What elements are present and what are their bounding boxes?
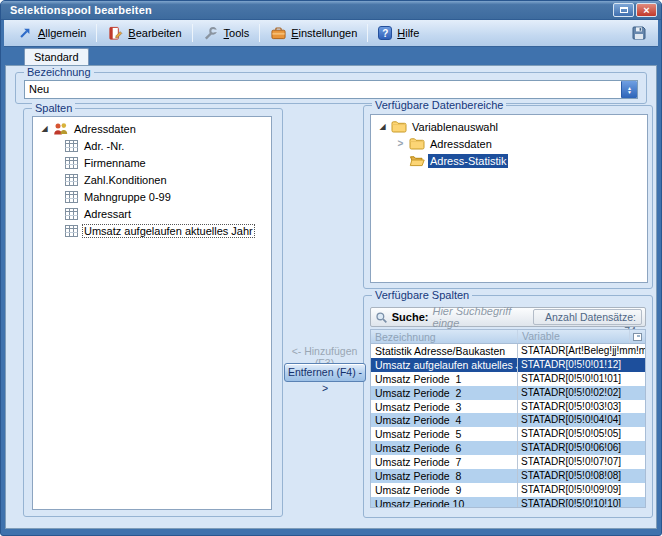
tab-strip: Standard (4, 47, 658, 65)
tree-label[interactable]: Adressdaten (428, 137, 494, 151)
notebook-pencil-icon (107, 25, 123, 41)
table-row[interactable]: Umsatz aufgelaufen aktuelles Jahr STATAD… (371, 358, 645, 372)
expander-expanded-icon[interactable]: ◢ (39, 124, 50, 133)
search-label: Suche: (392, 311, 429, 323)
tree-item-column[interactable]: Adr. -Nr. (33, 137, 271, 154)
tree-label[interactable]: Adressdaten (72, 122, 138, 136)
bezeichnung-value[interactable]: Neu (25, 81, 621, 98)
tree-item-column[interactable]: Firmenname (33, 154, 271, 171)
close-button[interactable]: × (636, 3, 657, 17)
tab-panel: Bezeichnung Neu ▲ ▼ Spalten ◢ (5, 65, 657, 529)
cell-bezeichnung: Statistik Adresse/Baukasten (371, 345, 517, 357)
toolbar-label-tools: Tools (224, 27, 250, 39)
tree-label[interactable]: Firmenname (82, 156, 148, 170)
tree-label[interactable]: Variablenauswahl (410, 120, 500, 134)
toolbar-separator (259, 24, 260, 42)
group-label-spalten: Spalten (32, 102, 75, 114)
close-icon: × (643, 5, 649, 15)
column-chooser-icon (633, 333, 642, 341)
cell-bezeichnung: Umsatz Periode 10 (371, 498, 517, 508)
expander-collapsed-icon[interactable]: > (395, 138, 406, 149)
cell-variable: STATADR[0!5!0!03!03] (517, 400, 645, 414)
table-row[interactable]: Umsatz Periode 4 STATADR[0!5!0!04!04] (371, 413, 645, 427)
toolbar-button-allgemein[interactable]: Allgemein (10, 22, 93, 44)
table-row[interactable]: Umsatz Periode 3 STATADR[0!5!0!03!03] (371, 400, 645, 414)
column-header-bezeichnung[interactable]: Bezeichnung (371, 331, 517, 343)
column-header-variable[interactable]: Variable (517, 330, 629, 343)
table-row[interactable]: Statistik Adresse/Baukasten STATADR[Art!… (371, 344, 645, 358)
table-row[interactable]: Umsatz Periode 7 STATADR[0!5!0!07!07] (371, 455, 645, 469)
toolbar-label-einstellungen: Einstellungen (291, 27, 357, 39)
table-row[interactable]: Umsatz Periode 10 STATADR[0!5!0!10!10] (371, 497, 645, 508)
tree-label[interactable]: Zahl.Konditionen (82, 173, 169, 187)
group-verfuegbare-spalten: Verfügbare Spalten Suche: Hier Suchbegri… (363, 295, 653, 518)
tab-standard[interactable]: Standard (24, 48, 89, 65)
window-body: Allgemein Bearbeiten Tools (4, 20, 658, 532)
folder-closed-icon (409, 137, 425, 151)
tree-label[interactable]: Adressart (82, 207, 133, 221)
toolbar-button-bearbeiten[interactable]: Bearbeiten (100, 22, 188, 44)
table-row[interactable]: Umsatz Periode 1 STATADR[0!5!0!01!01] (371, 372, 645, 386)
record-count: Anzahl Datensätze: 74 (533, 309, 642, 325)
group-label-bezeichnung: Bezeichnung (24, 66, 94, 78)
tree-item-adress-statistik[interactable]: . Adress-Statistik (371, 152, 647, 169)
search-bar: Suche: Hier Suchbegriff einge Anzahl Dat… (370, 307, 646, 327)
remove-button[interactable]: Entfernen (F4) -> (284, 363, 366, 382)
spalten-children: Adr. -Nr. Firmenname Zahl.Konditionen Ma… (33, 137, 271, 239)
toolbar-button-tools[interactable]: Tools (196, 22, 257, 44)
columns-table: Bezeichnung Variable Statistik Adresse/B… (370, 329, 646, 508)
toolbar-button-einstellungen[interactable]: Einstellungen (263, 22, 364, 44)
table-row[interactable]: Umsatz Periode 5 STATADR[0!5!0!05!05] (371, 427, 645, 441)
floppy-disk-icon (631, 25, 647, 41)
cell-bezeichnung: Umsatz Periode 9 (371, 484, 517, 496)
cell-variable: STATADR[0!5!0!01!12] (517, 358, 645, 372)
tree-label[interactable]: Umsatz aufgelaufen aktuelles Jahr (82, 224, 255, 238)
bezeichnung-combobox[interactable]: Neu ▲ ▼ (24, 80, 638, 99)
cell-variable: STATADR[0!5!0!02!02] (517, 386, 645, 400)
group-label-datenbereiche: Verfügbare Datenbereiche (372, 99, 506, 111)
toolbar-label-allgemein: Allgemein (38, 27, 86, 39)
group-datenbereiche: Verfügbare Datenbereiche ◢ Variablenausw… (363, 105, 653, 289)
table-icon (63, 156, 79, 170)
search-input[interactable]: Hier Suchbegriff einge (432, 305, 532, 329)
tree-label-selected[interactable]: Adress-Statistik (428, 154, 508, 168)
maximize-button[interactable] (613, 3, 634, 17)
tree-item-column[interactable]: Zahl.Konditionen (33, 171, 271, 188)
tree-label[interactable]: Adr. -Nr. (82, 139, 126, 153)
toolbar-button-hilfe[interactable]: ? Hilfe (371, 23, 426, 43)
tree-item-column[interactable]: Mahngruppe 0-99 (33, 188, 271, 205)
dialog-window: Selektionspool bearbeiten × Allgemein Be… (0, 0, 662, 536)
toolbar-label-bearbeiten: Bearbeiten (128, 27, 181, 39)
tree-label[interactable]: Mahngruppe 0-99 (82, 190, 173, 204)
wrench-icon (203, 25, 219, 41)
title-bar[interactable]: Selektionspool bearbeiten × (1, 1, 661, 20)
combobox-dropdown-button[interactable]: ▲ ▼ (621, 81, 637, 98)
cell-variable: STATADR[0!5!0!09!09] (517, 483, 645, 497)
table-row[interactable]: Umsatz Periode 8 STATADR[0!5!0!08!08] (371, 469, 645, 483)
cell-variable: STATADR[0!5!0!04!04] (517, 413, 645, 427)
save-button[interactable] (626, 23, 652, 43)
tree-item-column[interactable]: Adressart (33, 205, 271, 222)
tree-item-adressdaten-root[interactable]: ◢ Adressdaten (33, 120, 271, 137)
table-row[interactable]: Umsatz Periode 6 STATADR[0!5!0!06!06] (371, 441, 645, 455)
help-icon: ? (378, 26, 392, 40)
expander-expanded-icon[interactable]: ◢ (377, 122, 388, 131)
cell-bezeichnung: Umsatz Periode 3 (371, 401, 517, 413)
table-row[interactable]: Umsatz Periode 9 STATADR[0!5!0!09!09] (371, 483, 645, 497)
cell-bezeichnung: Umsatz Periode 7 (371, 456, 517, 468)
tree-item-column[interactable]: Umsatz aufgelaufen aktuelles Jahr (33, 222, 271, 239)
add-button[interactable]: <- Hinzufügen (F3) (284, 345, 365, 359)
column-chooser-button[interactable] (629, 330, 645, 343)
cell-bezeichnung: Umsatz Periode 8 (371, 470, 517, 482)
datenbereiche-tree: ◢ Variablenauswahl > Adressdaten (370, 114, 648, 283)
toolbar: Allgemein Bearbeiten Tools (4, 20, 658, 47)
tree-item-variablenauswahl[interactable]: ◢ Variablenauswahl (371, 118, 647, 135)
chevron-down-icon: ▼ (627, 90, 632, 94)
toolbar-separator (192, 24, 193, 42)
cell-variable: STATADR[0!5!0!06!06] (517, 441, 645, 455)
table-body: Statistik Adresse/Baukasten STATADR[Art!… (371, 344, 645, 508)
tree-item-adressdaten[interactable]: > Adressdaten (371, 135, 647, 152)
group-spalten: Spalten ◢ Adressdaten Adr. -Nr. Firmenna… (23, 108, 283, 517)
table-row[interactable]: Umsatz Periode 2 STATADR[0!5!0!02!02] (371, 386, 645, 400)
cell-bezeichnung: Umsatz Periode 4 (371, 414, 517, 426)
